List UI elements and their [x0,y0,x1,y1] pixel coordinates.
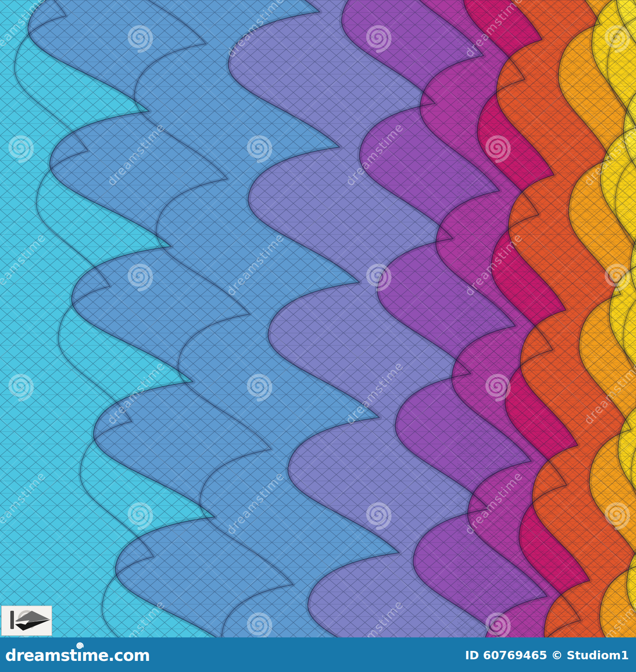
dreamstime-spiral-icon [76,642,84,650]
stock-agency-placeholder-logo [1,606,52,636]
abstract-mesh-artwork: dreamstimedreamstimedreamstimedreamstime… [0,0,636,637]
stock-image-preview: dreamstimedreamstimedreamstimedreamstime… [0,0,636,672]
image-credit: ID 60769465 © Studiom1 [465,650,629,661]
watermark-hairlines [0,0,636,637]
brand-text-right-label: ıme.com [77,646,150,664]
pennant-logo-icon [2,606,52,635]
logo-bar [10,611,14,629]
brand-text-right: ıme.com [77,647,150,663]
brand-text-left: dreamst [5,646,77,664]
watermark-bar: dreamstıme.com ID 60769465 © Studiom1 [0,637,636,672]
dreamstime-logo: dreamstıme.com [5,647,150,663]
watermark-lattice: dreamstimedreamstimedreamstimedreamstime… [0,0,636,637]
